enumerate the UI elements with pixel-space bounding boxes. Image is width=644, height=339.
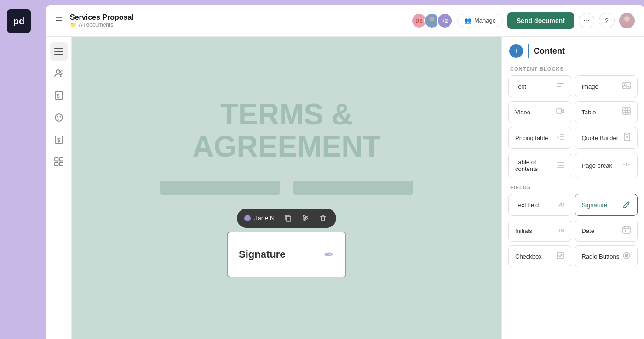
content-area: $ $	[46, 37, 644, 339]
svg-rect-19	[59, 158, 63, 161]
top-bar: ☰ Services Proposal 📁 All documents DS	[46, 5, 644, 37]
hamburger-menu[interactable]: ☰	[55, 16, 63, 26]
block-text[interactable]: Text	[508, 75, 571, 97]
svg-rect-59	[557, 252, 564, 259]
copy-icon	[284, 214, 292, 222]
block-table-of-contents[interactable]: Table of contents	[508, 153, 571, 178]
svg-rect-35	[623, 108, 630, 114]
left-sidebar: $ $	[46, 37, 72, 339]
svg-point-8	[56, 70, 60, 73]
sidebar-icon-menu[interactable]	[50, 42, 68, 61]
folder-icon: 📁	[70, 22, 77, 28]
svg-rect-21	[59, 163, 63, 166]
svg-rect-5	[54, 48, 63, 49]
content-blocks-grid: Text Image	[508, 75, 638, 178]
svg-rect-58	[625, 230, 626, 232]
svg-point-15	[58, 119, 59, 120]
svg-text:$: $	[57, 93, 60, 99]
svg-rect-54	[623, 227, 630, 233]
user-avatar-icon	[619, 13, 635, 28]
avatar-count: +2	[437, 13, 453, 28]
logo-area: pd	[0, 0, 46, 339]
field-checkbox[interactable]: Checkbox	[508, 245, 571, 267]
svg-point-13	[57, 116, 58, 118]
block-quote-builder[interactable]: Quote Builder	[575, 127, 638, 149]
send-document-button[interactable]: Send document	[507, 12, 574, 29]
svg-rect-22	[286, 216, 291, 221]
signature-pen-icon: ✒	[324, 247, 334, 262]
fields-grid: Text field AI Signature	[508, 194, 638, 267]
document-folder[interactable]: 📁 All documents	[70, 22, 411, 28]
svg-point-61	[625, 254, 628, 257]
document-page: TERMS & AGREEMENT Jane N.	[126, 73, 448, 303]
svg-point-28	[304, 219, 305, 221]
field-row	[144, 181, 429, 195]
top-bar-actions: DS +2 👥 Manage Send document	[411, 12, 635, 29]
settings-button[interactable]	[299, 212, 311, 224]
toc-block-icon	[556, 160, 564, 170]
svg-rect-29	[557, 83, 564, 84]
sidebar-icon-design[interactable]	[50, 108, 68, 127]
fields-label: FIELDS	[508, 180, 638, 194]
hamburger-icon	[54, 48, 63, 55]
trash-icon	[319, 214, 327, 222]
sidebar-icon-pricing[interactable]: $	[50, 86, 68, 105]
block-video[interactable]: Video	[508, 101, 571, 123]
avatar-group: DS +2	[411, 13, 453, 28]
svg-point-3	[624, 16, 630, 22]
more-icon: ⋯	[583, 17, 590, 24]
delete-button[interactable]	[317, 212, 329, 224]
signature-toolbar: Jane N.	[237, 209, 336, 228]
panel-title: Content	[534, 46, 565, 56]
document-canvas: TERMS & AGREEMENT Jane N.	[72, 37, 501, 339]
svg-point-9	[60, 71, 63, 73]
document-heading: TERMS & AGREEMENT	[193, 98, 381, 163]
signature-field-icon	[622, 200, 631, 210]
svg-point-27	[305, 217, 307, 219]
block-table[interactable]: Table	[575, 101, 638, 123]
field-date[interactable]: Date	[575, 220, 638, 242]
text-block-icon	[556, 81, 564, 91]
more-options-button[interactable]: ⋯	[579, 13, 594, 28]
signature-field[interactable]: Signature ✒	[227, 232, 346, 277]
pricing-table-block-icon: $	[556, 133, 564, 143]
user-avatar[interactable]	[619, 13, 635, 28]
image-block-icon	[622, 81, 631, 91]
block-page-break[interactable]: Page break	[575, 153, 638, 178]
panel-header: + Content	[502, 37, 644, 62]
sidebar-icon-variables[interactable]: $	[50, 130, 68, 149]
field-signature[interactable]: Signature	[575, 194, 638, 216]
main-container: ☰ Services Proposal 📁 All documents DS	[46, 5, 644, 339]
field-initials[interactable]: Initials IN	[508, 220, 571, 242]
sidebar-icon-blocks[interactable]	[50, 153, 68, 171]
panel-divider	[528, 44, 529, 58]
svg-text:$: $	[57, 136, 61, 143]
add-content-button[interactable]: +	[509, 44, 523, 58]
date-field-icon	[622, 226, 631, 236]
sidebar-icon-recipients[interactable]	[50, 64, 68, 83]
manage-button[interactable]: 👥 Manage	[457, 14, 503, 27]
help-icon: ?	[605, 17, 609, 24]
svg-text:$: $	[557, 135, 559, 140]
svg-rect-34	[557, 109, 562, 113]
app-logo[interactable]: pd	[7, 9, 31, 33]
svg-point-1	[428, 21, 436, 27]
table-block-icon	[622, 107, 631, 117]
svg-rect-7	[54, 54, 63, 55]
field-text-field[interactable]: Text field AI	[508, 194, 571, 216]
help-button[interactable]: ?	[599, 13, 615, 28]
copy-button[interactable]	[282, 212, 294, 224]
palette-icon	[54, 113, 63, 122]
initials-field-icon: IN	[559, 228, 564, 233]
field-placeholder-1	[160, 181, 280, 195]
page-break-block-icon	[622, 160, 631, 170]
block-pricing-table[interactable]: Pricing table $	[508, 127, 571, 149]
block-image[interactable]: Image	[575, 75, 638, 97]
svg-point-12	[55, 114, 63, 121]
sliders-icon	[301, 214, 310, 222]
svg-rect-45	[626, 133, 628, 134]
field-radio-buttons[interactable]: Radio Buttons	[575, 245, 638, 267]
user-dot	[244, 215, 251, 221]
svg-rect-31	[557, 86, 561, 87]
document-info: Services Proposal 📁 All documents	[70, 13, 411, 28]
